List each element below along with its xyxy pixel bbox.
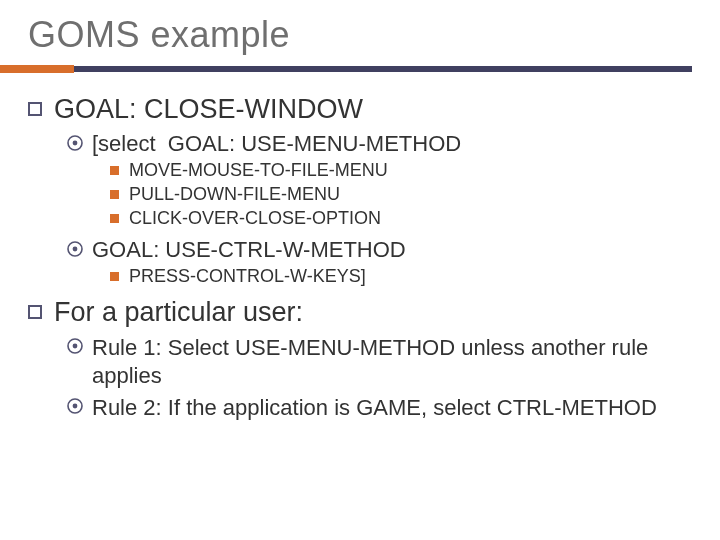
- square-bullet-icon: [28, 305, 42, 319]
- slide-body: GOAL: CLOSE-WINDOW [select GOAL: USE-MEN…: [28, 94, 692, 422]
- bullet-level3: PULL-DOWN-FILE-MENU: [110, 184, 692, 205]
- text-rule-2: Rule 2: If the application is GAME, sele…: [92, 394, 657, 422]
- bullet-level2: Rule 1: Select USE-MENU-METHOD unless an…: [66, 334, 682, 390]
- target-bullet-icon: [66, 134, 84, 152]
- target-bullet-icon: [66, 397, 84, 415]
- bullet-level3: MOVE-MOUSE-TO-FILE-MENU: [110, 160, 692, 181]
- bullet-level1: For a particular user:: [28, 297, 692, 328]
- text-select-use-menu: [select GOAL: USE-MENU-METHOD: [92, 131, 461, 157]
- svg-point-5: [73, 344, 78, 349]
- text-click-close: CLICK-OVER-CLOSE-OPTION: [129, 208, 381, 229]
- title-divider: [24, 66, 692, 72]
- small-square-bullet-icon: [110, 166, 119, 175]
- text-goal-ctrl-w: GOAL: USE-CTRL-W-METHOD: [92, 237, 406, 263]
- small-square-bullet-icon: [110, 214, 119, 223]
- text-goal-close-window: GOAL: CLOSE-WINDOW: [54, 94, 363, 125]
- bullet-level3: PRESS-CONTROL-W-KEYS]: [110, 266, 692, 287]
- bullet-level2: Rule 2: If the application is GAME, sele…: [66, 394, 682, 422]
- bullet-level1: GOAL: CLOSE-WINDOW: [28, 94, 692, 125]
- bullet-level3: CLICK-OVER-CLOSE-OPTION: [110, 208, 692, 229]
- small-square-bullet-icon: [110, 272, 119, 281]
- text-move-mouse: MOVE-MOUSE-TO-FILE-MENU: [129, 160, 388, 181]
- square-bullet-icon: [28, 102, 42, 116]
- target-bullet-icon: [66, 337, 84, 355]
- bullet-level2: [select GOAL: USE-MENU-METHOD: [66, 131, 692, 157]
- text-press-ctrl-w: PRESS-CONTROL-W-KEYS]: [129, 266, 366, 287]
- slide: GOMS example GOAL: CLOSE-WINDOW [select …: [0, 0, 720, 540]
- target-bullet-icon: [66, 240, 84, 258]
- small-square-bullet-icon: [110, 190, 119, 199]
- svg-point-7: [73, 404, 78, 409]
- text-pull-down: PULL-DOWN-FILE-MENU: [129, 184, 340, 205]
- text-for-user: For a particular user:: [54, 297, 303, 328]
- svg-point-3: [73, 247, 78, 252]
- bullet-level2: GOAL: USE-CTRL-W-METHOD: [66, 237, 692, 263]
- svg-point-1: [73, 141, 78, 146]
- text-rule-1: Rule 1: Select USE-MENU-METHOD unless an…: [92, 334, 682, 390]
- slide-title: GOMS example: [28, 14, 692, 56]
